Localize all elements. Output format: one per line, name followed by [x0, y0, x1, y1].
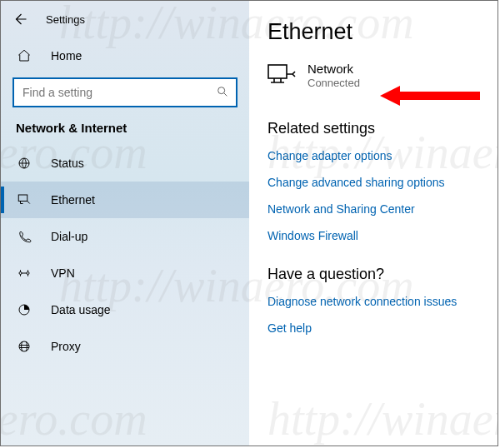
ethernet-icon: [16, 192, 32, 208]
left-pane: Settings Home Network & Internet Status: [1, 1, 249, 446]
link-network-sharing-center[interactable]: Network and Sharing Center: [268, 202, 481, 216]
page-title: Ethernet: [268, 19, 481, 45]
network-monitor-icon: [268, 64, 296, 87]
link-diagnose[interactable]: Diagnose network connection issues: [268, 295, 481, 308]
nav-vpn-label: VPN: [51, 266, 75, 280]
search-box[interactable]: [12, 77, 238, 107]
home-icon: [16, 47, 32, 64]
nav-proxy-label: Proxy: [51, 340, 81, 353]
search-icon: [216, 85, 229, 101]
nav-data-usage[interactable]: Data usage: [1, 291, 249, 328]
nav-proxy[interactable]: Proxy: [1, 328, 249, 365]
network-connection-text: Network Connected: [308, 62, 360, 90]
nav-dialup-label: Dial-up: [51, 230, 88, 243]
nav-home-label: Home: [51, 49, 82, 62]
svg-point-0: [218, 87, 225, 93]
back-arrow-icon: [12, 12, 28, 27]
related-settings-heading: Related settings: [268, 120, 481, 137]
question-heading: Have a question?: [268, 266, 481, 283]
nav-status[interactable]: Status: [1, 145, 249, 182]
data-usage-icon: [16, 301, 32, 318]
back-button[interactable]: [11, 10, 29, 28]
svg-point-3: [19, 272, 22, 275]
network-status: Connected: [308, 77, 360, 90]
nav-status-label: Status: [51, 157, 84, 170]
content-pane: Ethernet Network Connected Related setti…: [249, 1, 498, 446]
svg-rect-7: [268, 65, 287, 78]
svg-rect-2: [18, 195, 28, 202]
svg-point-4: [27, 272, 29, 275]
nav-ethernet[interactable]: Ethernet: [1, 182, 249, 218]
settings-window: Settings Home Network & Internet Status: [0, 0, 498, 446]
title-bar: Settings: [1, 1, 249, 37]
window-title: Settings: [46, 13, 85, 26]
vpn-icon: [16, 265, 32, 281]
proxy-icon: [16, 338, 32, 355]
nav-data-usage-label: Data usage: [51, 303, 111, 316]
nav-home[interactable]: Home: [1, 37, 249, 74]
link-get-help[interactable]: Get help: [268, 321, 481, 335]
nav-vpn[interactable]: VPN: [1, 255, 249, 291]
link-windows-firewall[interactable]: Windows Firewall: [268, 229, 481, 242]
globe-icon: [16, 155, 32, 172]
search-input[interactable]: [22, 86, 206, 99]
svg-point-6: [19, 341, 29, 351]
nav-ethernet-label: Ethernet: [51, 193, 95, 207]
section-heading: Network & Internet: [1, 116, 249, 145]
nav-dialup[interactable]: Dial-up: [1, 218, 249, 255]
dialup-icon: [16, 228, 32, 245]
network-name: Network: [308, 62, 360, 77]
link-change-adapter[interactable]: Change adapter options: [268, 149, 481, 162]
network-connection-item[interactable]: Network Connected: [268, 62, 481, 90]
link-advanced-sharing[interactable]: Change advanced sharing options: [268, 176, 481, 189]
